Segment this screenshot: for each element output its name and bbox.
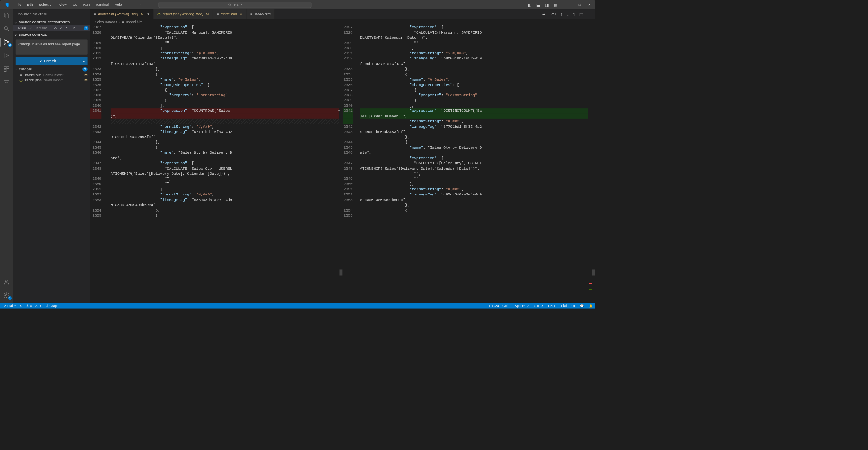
breadcrumb-file[interactable]: model.bim [126,20,142,23]
menu-help[interactable]: Help [112,1,124,9]
menu-edit[interactable]: Edit [24,1,36,9]
repo-more-icon[interactable]: ⋯ [77,26,81,30]
repo-changes-badge: 2 [84,26,88,30]
layout-controls: ◧ ⬓ ◨ ▦ [528,2,557,7]
db-file-icon: ≡ [217,12,219,16]
diff-right-pane[interactable]: 2327232823292330233123322333233423352336… [343,25,595,303]
svg-point-6 [4,40,5,41]
file-row[interactable]: {}report.jsonSales.ReportM [13,77,90,82]
terminal-icon[interactable] [3,79,10,86]
tab-label: Model.bim [255,12,271,16]
breadcrumb[interactable]: Sales.Dataset › ≡ model.bim [90,19,595,25]
stage-icon[interactable]: ⎇+ [550,12,556,16]
command-center-search[interactable]: PBIP [158,2,311,8]
status-problems[interactable]: ⓧ 0 ⚠ 0 [26,303,41,308]
diff-left-pane[interactable]: 2327232823292330233123322333233423352336… [90,25,343,303]
repo-provider: Git [28,26,32,30]
search-text: PBIP [234,3,242,7]
editor-tabs: ≡model.bim (Working Tree)M✕{}report.json… [90,9,595,19]
editor-tab[interactable]: ≡model.bimM [213,9,246,19]
check-icon: ✓ [39,59,43,63]
chevron-right-icon: › [119,20,120,23]
toggle-primary-sidebar-icon[interactable]: ◧ [528,2,532,7]
status-encoding[interactable]: UTF-8 [534,304,543,308]
menu-go[interactable]: Go [70,1,80,9]
search-icon[interactable] [3,25,10,32]
section-scm[interactable]: ⌄ SOURCE CONTROL [13,31,90,38]
status-feedback-icon[interactable]: 💬 [580,304,584,308]
run-debug-icon[interactable] [3,52,10,59]
minimize-icon[interactable]: — [568,3,571,7]
commit-dropdown[interactable]: ⌄ [80,57,87,65]
explorer-icon[interactable] [3,11,10,19]
next-change-icon[interactable]: ↓ [567,12,569,16]
sidebar: SOURCE CONTROL ⋯ ⌄ SOURCE CONTROL REPOSI… [13,9,90,303]
toggle-secondary-sidebar-icon[interactable]: ◨ [545,2,549,7]
title-bar: FileEditSelectionViewGoRunTerminalHelp ←… [0,0,595,9]
source-control-icon[interactable]: 2 [3,38,10,46]
commit-message-input[interactable]: Change in # Sales and new report page [16,40,88,55]
modified-indicator: M [206,12,209,16]
changes-section[interactable]: ⌄ Changes 2 [13,65,90,72]
svg-point-14 [5,294,7,296]
status-ln-col[interactable]: Ln 2341, Col 1 [489,304,510,308]
split-editor-icon[interactable]: ◫ [579,12,583,16]
nav-forward-icon[interactable]: → [147,3,151,7]
repo-row[interactable]: PBIP Git ⎇ main* ⟲ ✓ ↻ ⎇ ⋯ 2 [13,25,90,31]
commit-button[interactable]: ✓ Commit [16,57,80,65]
nav-arrows: ← → [139,3,151,7]
open-changes-icon[interactable]: ⇄ [542,12,546,16]
maximize-icon[interactable]: □ [579,3,581,7]
settings-gear-icon[interactable]: 1 [3,292,10,299]
status-bell-icon[interactable]: 🔔 [589,304,593,308]
whitespace-icon[interactable]: ¶ [573,12,576,16]
menu-view[interactable]: View [57,1,70,9]
menu-bar: FileEditSelectionViewGoRunTerminalHelp [13,1,124,9]
status-spaces[interactable]: Spaces: 2 [515,304,529,308]
file-row[interactable]: ≡model.bimSales.DatasetM [13,72,90,77]
search-icon [228,3,232,7]
changes-label: Changes [19,67,32,71]
sidebar-more-icon[interactable]: ⋯ [83,13,86,16]
editor-tab[interactable]: {}report.json (Working Tree)M [153,9,213,19]
branch-pr-icon[interactable]: ⎇ [71,27,75,30]
accounts-icon[interactable] [3,278,10,285]
sidebar-title: SOURCE CONTROL ⋯ [13,9,90,19]
tab-actions: ⇄ ⎇+ ↑ ↓ ¶ ◫ ⋯ [539,9,595,19]
status-branch[interactable]: ⎇ main* [3,304,16,308]
minimap[interactable] [588,25,592,303]
nav-back-icon[interactable]: ← [139,3,143,7]
section-scm-label: SOURCE CONTROL [19,33,47,36]
sync-icon[interactable]: ⟲ [54,27,56,30]
menu-terminal[interactable]: Terminal [93,1,111,9]
status-sync[interactable]: ⟲ [20,304,22,308]
svg-point-4 [4,27,7,30]
section-repos[interactable]: ⌄ SOURCE CONTROL REPOSITORIES [13,19,90,25]
editor-tab[interactable]: ≡model.bim (Working Tree)M✕ [90,9,153,19]
status-gitgraph[interactable]: Git Graph [45,304,59,308]
toggle-panel-icon[interactable]: ⬓ [536,2,540,7]
close-icon[interactable]: ✕ [588,3,591,7]
menu-run[interactable]: Run [81,1,92,9]
extensions-icon[interactable] [3,65,10,73]
json-file-icon: {} [157,12,161,16]
refresh-icon[interactable]: ↻ [65,26,68,30]
status-eol[interactable]: CRLF [548,304,556,308]
editor-tab[interactable]: ≡Model.bim [246,9,274,19]
diff-editor[interactable]: 2327232823292330233123322333233423352336… [90,25,595,303]
tab-label: model.bim [221,12,237,16]
breadcrumb-folder[interactable]: Sales.Dataset [95,20,117,23]
customize-layout-icon[interactable]: ▦ [554,2,558,7]
menu-selection[interactable]: Selection [36,1,56,9]
status-lang[interactable]: Plain Text [561,304,575,308]
chevron-down-icon: ⌄ [14,32,18,36]
tab-close-icon[interactable]: ✕ [146,12,149,16]
svg-rect-10 [7,66,9,68]
menu-file[interactable]: File [13,1,24,9]
settings-badge: 1 [8,296,12,300]
repo-branch: ⎇ main* [34,26,47,30]
commit-check-icon[interactable]: ✓ [59,26,63,30]
editor-more-icon[interactable]: ⋯ [588,12,592,16]
prev-change-icon[interactable]: ↑ [561,12,563,16]
window-controls: — □ ✕ [568,3,591,7]
